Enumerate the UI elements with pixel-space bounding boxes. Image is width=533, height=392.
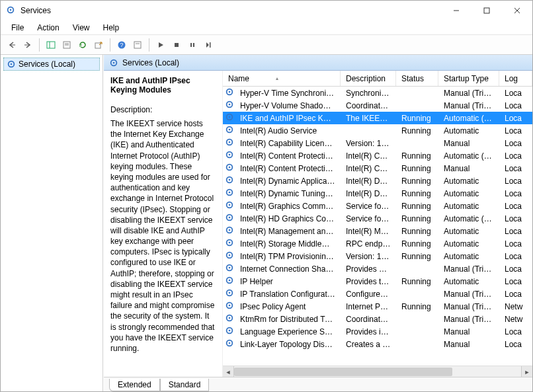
cell-logon: Loca <box>499 264 532 274</box>
menu-action[interactable]: Action <box>30 22 65 34</box>
forward-button[interactable] <box>20 38 35 52</box>
tab-standard[interactable]: Standard <box>160 379 210 391</box>
service-row[interactable]: Intel(R) Dynamic Applicatio...Intel(R) D… <box>223 175 532 187</box>
service-row[interactable]: Intel(R) Management and S...Intel(R) Ma.… <box>223 225 532 237</box>
svg-rect-21 <box>193 43 194 47</box>
service-row[interactable]: IP HelperProvides tu...RunningAutomaticL… <box>223 275 532 288</box>
gear-icon <box>224 225 235 237</box>
properties-button[interactable] <box>60 38 74 52</box>
scroll-right-icon[interactable]: ► <box>521 366 532 377</box>
toolbar-separator <box>149 38 149 52</box>
col-status[interactable]: Status <box>396 71 438 86</box>
tab-extended[interactable]: Extended <box>109 379 160 391</box>
cell-status: Running <box>396 126 438 136</box>
gear-icon <box>224 326 235 337</box>
service-row[interactable]: Intel(R) Storage Middleware...RPC endpoi… <box>223 237 532 250</box>
service-row[interactable]: Intel(R) Audio ServiceRunningAutomaticLo… <box>223 124 532 137</box>
col-description[interactable]: Description <box>341 71 396 86</box>
horizontal-scrollbar[interactable]: ◄ ► <box>223 366 532 377</box>
svg-point-66 <box>229 330 231 332</box>
service-row[interactable]: IPsec Policy AgentInternet Pro...Running… <box>223 300 532 313</box>
cell-logon: Loca <box>499 227 532 236</box>
scroll-thumb[interactable] <box>234 368 452 376</box>
gear-icon <box>224 313 235 325</box>
title-bar: Services <box>1 1 532 20</box>
gear-icon <box>224 125 235 136</box>
menu-file[interactable]: File <box>5 22 30 34</box>
service-row[interactable]: Intel(R) Graphics Command...Service for … <box>223 200 532 212</box>
svg-point-58 <box>229 280 231 282</box>
svg-point-48 <box>229 217 231 219</box>
start-service-button[interactable] <box>153 38 168 52</box>
cell-status: Running <box>396 227 438 236</box>
close-button[interactable] <box>502 1 532 20</box>
cell-description: Intel(R) Ma... <box>341 227 396 236</box>
service-row[interactable]: Link-Layer Topology Discov...Creates a N… <box>223 338 532 350</box>
cell-name: IP Helper <box>235 277 341 286</box>
svg-rect-13 <box>95 43 101 48</box>
cell-startup: Manual (Trig... <box>438 101 499 110</box>
cell-startup: Manual <box>438 340 499 349</box>
cell-status: Running <box>396 239 438 249</box>
service-row[interactable]: IP Translation Configuratio...Configures… <box>223 288 532 300</box>
service-row[interactable]: Internet Connection Sharin...Provides ne… <box>223 262 532 275</box>
gear-icon <box>224 200 235 212</box>
service-row[interactable]: Intel(R) Capability Licensing...Version:… <box>223 137 532 149</box>
pause-service-button[interactable] <box>185 38 200 52</box>
service-row[interactable]: Intel(R) HD Graphics Contro...Service fo… <box>223 212 532 225</box>
svg-point-30 <box>229 104 231 106</box>
back-button[interactable] <box>5 38 19 52</box>
cell-logon: Loca <box>499 290 532 299</box>
gear-icon <box>224 276 235 287</box>
export-button[interactable] <box>91 38 106 52</box>
cell-description: Provides inf... <box>341 327 396 336</box>
restart-service-button[interactable] <box>201 38 216 52</box>
cell-description: Version: 1.6... <box>341 252 396 261</box>
col-startup[interactable]: Startup Type <box>438 71 499 86</box>
service-row[interactable]: KtmRm for Distributed Tran...Coordinates… <box>223 313 532 325</box>
scroll-left-icon[interactable]: ◄ <box>223 366 234 377</box>
tree-node-services-local[interactable]: Services (Local) <box>3 58 100 71</box>
description-label: Description: <box>110 105 216 114</box>
svg-point-42 <box>229 179 231 181</box>
stop-service-button[interactable] <box>169 38 184 52</box>
cell-name: Intel(R) Dynamic Tuning ser... <box>235 189 341 198</box>
service-row[interactable]: Intel(R) Content Protection ...Intel(R) … <box>223 162 532 175</box>
cell-startup: Manual <box>438 164 499 173</box>
cell-description: Creates a N... <box>341 340 396 349</box>
svg-point-52 <box>229 242 231 244</box>
cell-name: KtmRm for Distributed Tran... <box>235 315 341 324</box>
maximize-button[interactable] <box>472 1 502 20</box>
cell-startup: Manual (Trig... <box>438 290 499 299</box>
gear-icon <box>224 251 235 262</box>
cell-description: Service for I... <box>341 202 396 211</box>
show-hide-tree-button[interactable] <box>44 38 58 52</box>
cell-status: Running <box>396 189 438 198</box>
service-row[interactable]: Hyper-V Volume Shadow C...Coordinates...… <box>223 99 532 112</box>
svg-point-60 <box>229 292 231 294</box>
svg-rect-3 <box>484 8 489 13</box>
service-row[interactable]: Hyper-V Time Synchronizati...Synchronize… <box>223 87 532 99</box>
service-rows: Hyper-V Time Synchronizati...Synchronize… <box>223 87 532 366</box>
refresh-button[interactable] <box>75 38 90 52</box>
help-button[interactable]: ? <box>114 38 129 52</box>
service-row[interactable]: Intel(R) TPM Provisioning S...Version: 1… <box>223 250 532 262</box>
toolbar-separator <box>110 38 110 52</box>
menu-help[interactable]: Help <box>97 22 126 34</box>
col-name[interactable]: Name▴ <box>223 71 341 86</box>
col-logon[interactable]: Log <box>499 71 532 86</box>
cell-name: Intel(R) HD Graphics Contro... <box>235 214 341 223</box>
service-row[interactable]: Language Experience ServiceProvides inf.… <box>223 325 532 338</box>
service-row[interactable]: Intel(R) Dynamic Tuning ser...Intel(R) D… <box>223 187 532 200</box>
menu-view[interactable]: View <box>66 22 97 34</box>
filter-button[interactable] <box>130 38 145 52</box>
svg-point-56 <box>229 267 231 269</box>
cell-status: Running <box>396 214 438 223</box>
cell-status: Running <box>396 151 438 161</box>
cell-logon: Netw <box>499 315 532 324</box>
service-row[interactable]: IKE and AuthIP IPsec Keying...The IKEEXT… <box>223 112 532 124</box>
service-row[interactable]: Intel(R) Content Protection ...Intel(R) … <box>223 149 532 162</box>
cell-description: The IKEEXT ... <box>341 114 396 123</box>
svg-point-62 <box>229 305 231 307</box>
minimize-button[interactable] <box>441 1 472 20</box>
